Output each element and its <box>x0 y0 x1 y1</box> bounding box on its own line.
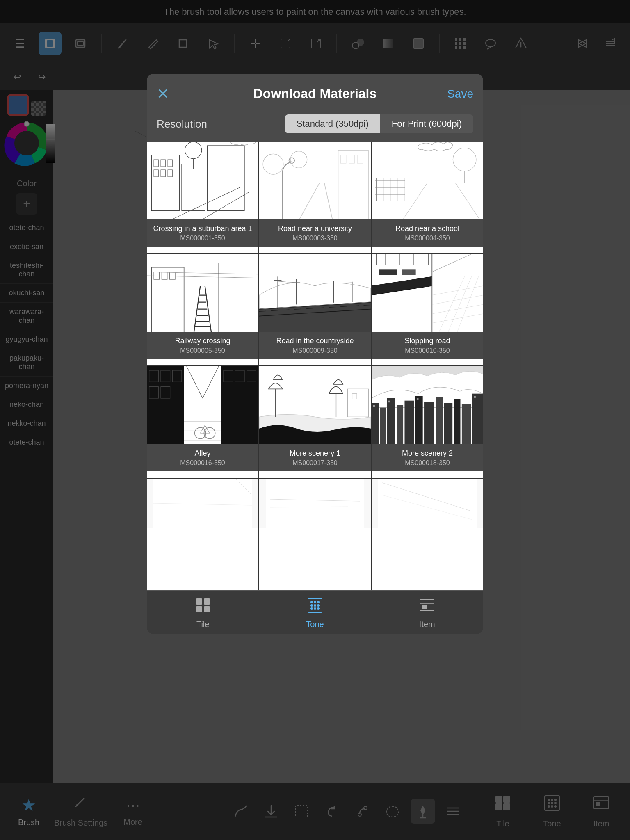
modal-save-button[interactable]: Save <box>447 87 473 100</box>
material-caption-5: Slopping road MS000010-350 <box>372 332 483 359</box>
tile-tab-label: Tile <box>196 620 209 629</box>
svg-point-172 <box>310 604 313 607</box>
material-caption-1: Road near a university MS000003-350 <box>259 219 371 247</box>
resolution-standard-button[interactable]: Standard (350dpi) <box>285 114 380 133</box>
svg-rect-153 <box>417 398 419 400</box>
svg-rect-49 <box>259 142 371 219</box>
material-grid: Crossing in a suburban area 1 MS000001-3… <box>147 142 483 590</box>
material-caption-3: Railway crossing MS000005-350 <box>147 332 258 359</box>
svg-point-171 <box>317 601 320 603</box>
modal-tab-tone[interactable]: Tone <box>290 597 340 629</box>
svg-rect-165 <box>204 598 210 605</box>
material-item-0[interactable]: Crossing in a suburban area 1 MS000001-3… <box>147 142 258 253</box>
svg-rect-142 <box>397 405 403 444</box>
material-caption-8: More scenery 2 MS000018-350 <box>372 444 483 471</box>
svg-point-175 <box>310 607 313 610</box>
modal-close-button[interactable]: ✕ <box>157 85 169 103</box>
svg-point-169 <box>310 601 313 603</box>
material-item-5[interactable]: Slopping road MS000010-350 <box>372 254 483 365</box>
material-item-2[interactable]: Road near a school MS000004-350 <box>372 142 483 253</box>
tone-tab-label: Tone <box>306 620 324 629</box>
svg-rect-71 <box>147 254 258 332</box>
svg-rect-167 <box>204 606 210 612</box>
svg-rect-113 <box>147 366 184 444</box>
svg-rect-147 <box>444 403 452 444</box>
svg-rect-35 <box>147 142 258 219</box>
material-item-6[interactable]: Alley MS000016-350 <box>147 366 258 478</box>
modal-tab-tile[interactable]: Tile <box>178 597 228 629</box>
tile-tab-icon <box>195 597 211 617</box>
resolution-row: Resolution Standard (350dpi) For Print (… <box>147 110 483 142</box>
material-item-4[interactable]: Road in the countryside MS000009-350 <box>259 254 371 365</box>
svg-rect-152 <box>388 401 390 403</box>
svg-point-170 <box>314 601 316 603</box>
svg-rect-140 <box>380 408 386 444</box>
svg-rect-151 <box>373 405 375 407</box>
material-caption-4: Road in the countryside MS000009-350 <box>259 332 371 359</box>
resolution-print-button[interactable]: For Print (600dpi) <box>380 114 473 133</box>
resolution-label: Resolution <box>157 118 207 130</box>
material-item-8[interactable]: More scenery 2 MS000018-350 <box>372 366 483 478</box>
svg-point-173 <box>314 604 316 607</box>
svg-rect-145 <box>424 402 434 444</box>
svg-rect-103 <box>379 269 397 275</box>
item-tab-label: Item <box>419 620 435 629</box>
modal-overlay: ✕ Download Materials Save Resolution Sta… <box>0 0 630 840</box>
svg-rect-141 <box>387 398 395 444</box>
svg-point-176 <box>314 607 316 610</box>
material-caption-0: Crossing in a suburban area 1 MS000001-3… <box>147 219 258 247</box>
svg-rect-164 <box>196 598 202 605</box>
svg-point-174 <box>317 604 320 607</box>
svg-rect-149 <box>462 404 471 444</box>
resolution-buttons: Standard (350dpi) For Print (600dpi) <box>285 114 473 133</box>
material-caption-6: Alley MS000016-350 <box>147 444 258 471</box>
svg-rect-143 <box>404 401 414 444</box>
modal-header: ✕ Download Materials Save <box>147 74 483 110</box>
svg-rect-158 <box>266 479 364 528</box>
modal-title: Download Materials <box>159 86 471 101</box>
svg-rect-144 <box>415 396 423 444</box>
svg-rect-104 <box>402 269 416 275</box>
svg-point-177 <box>317 607 320 610</box>
svg-rect-180 <box>422 605 427 609</box>
material-item-10[interactable] <box>259 479 371 590</box>
material-caption-7: More scenery 1 MS000017-350 <box>259 444 371 471</box>
svg-rect-146 <box>436 397 443 444</box>
download-materials-modal: ✕ Download Materials Save Resolution Sta… <box>147 74 483 634</box>
material-item-9[interactable] <box>147 479 258 590</box>
svg-rect-166 <box>196 606 202 612</box>
svg-rect-139 <box>372 403 379 444</box>
material-item-1[interactable]: Road near a university MS000003-350 <box>259 142 371 253</box>
material-caption-2: Road near a school MS000004-350 <box>372 219 483 247</box>
svg-rect-97 <box>372 254 483 332</box>
item-tab-icon <box>419 597 435 617</box>
tone-tab-icon <box>307 597 323 617</box>
material-item-11[interactable] <box>372 479 483 590</box>
svg-rect-154 <box>474 396 476 398</box>
svg-rect-114 <box>221 366 258 444</box>
svg-rect-148 <box>454 399 461 444</box>
modal-bottom-tabs: Tile Ton <box>147 590 483 634</box>
svg-rect-150 <box>472 394 483 444</box>
svg-rect-155 <box>153 479 252 528</box>
modal-tab-item[interactable]: Item <box>402 597 452 629</box>
material-item-7[interactable]: More scenery 1 MS000017-350 <box>259 366 371 478</box>
material-item-3[interactable]: Railway crossing MS000005-350 <box>147 254 258 365</box>
